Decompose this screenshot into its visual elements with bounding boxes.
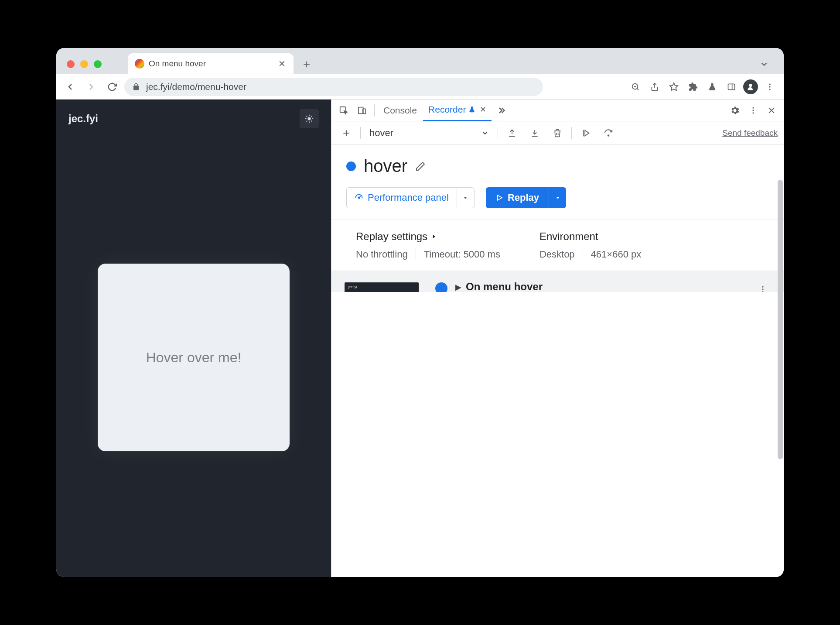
browser-toolbar: jec.fyi/demo/menu-hover — [56, 74, 784, 100]
timeout-value: Timeout: 5000 ms — [424, 249, 500, 260]
minimize-window-icon[interactable] — [80, 60, 88, 68]
svg-point-41 — [762, 286, 763, 288]
tab-title: On menu hover — [149, 59, 273, 69]
new-tab-button[interactable]: ＋ — [298, 55, 315, 72]
svg-point-25 — [752, 112, 754, 113]
svg-point-23 — [752, 107, 754, 108]
profile-avatar[interactable] — [742, 78, 759, 96]
svg-point-10 — [769, 89, 770, 90]
devtools-tab-bar: Console Recorder ✕ — [331, 100, 784, 121]
svg-marker-37 — [464, 197, 467, 199]
tab-recorder[interactable]: Recorder ✕ — [423, 100, 492, 121]
svg-marker-40 — [433, 235, 435, 238]
device-toolbar-icon[interactable] — [353, 102, 371, 119]
browser-menu-icon[interactable] — [761, 78, 779, 96]
page-header: jec.fyi — [56, 100, 331, 138]
svg-line-19 — [311, 116, 312, 117]
tab-close-icon[interactable]: ✕ — [277, 59, 287, 69]
browser-window: On menu hover ✕ ＋ jec.fyi/demo/menu-hove… — [56, 48, 784, 577]
svg-point-42 — [762, 288, 763, 290]
new-recording-icon[interactable] — [338, 124, 355, 142]
replay-button[interactable]: Replay — [486, 187, 566, 208]
settings-panel: Replay settings No throttling Timeout: 5… — [331, 220, 784, 271]
devtools-settings-icon[interactable] — [726, 102, 744, 119]
step-title: On menu hover — [466, 281, 774, 292]
theme-toggle-button[interactable] — [300, 109, 319, 128]
url-text: jec.fyi/demo/menu-hover — [146, 82, 246, 92]
performance-dropdown-caret[interactable] — [457, 188, 474, 208]
forward-button[interactable] — [82, 78, 100, 96]
delete-icon[interactable] — [549, 124, 566, 142]
recorder-toolbar: hover Send feedback — [331, 121, 784, 145]
send-feedback-link[interactable]: Send feedback — [722, 128, 778, 138]
svg-line-17 — [311, 121, 312, 122]
caret-right-icon — [431, 234, 437, 240]
svg-marker-4 — [670, 82, 678, 90]
step-over-icon[interactable] — [600, 124, 617, 142]
zoom-icon[interactable] — [627, 78, 644, 96]
throttling-value: No throttling — [356, 249, 408, 260]
expand-step-icon[interactable]: ▶ — [455, 281, 461, 292]
reload-button[interactable] — [103, 78, 121, 96]
gauge-icon — [355, 193, 363, 202]
address-bar[interactable]: jec.fyi/demo/menu-hover — [124, 78, 543, 96]
svg-marker-39 — [556, 197, 559, 199]
play-icon — [495, 194, 503, 202]
export-icon[interactable] — [503, 124, 521, 142]
maximize-window-icon[interactable] — [94, 60, 102, 68]
import-icon[interactable] — [526, 124, 543, 142]
browser-tab[interactable]: On menu hover ✕ — [128, 53, 294, 74]
recording-selector[interactable]: hover — [366, 127, 492, 139]
sidepanel-icon[interactable] — [723, 78, 740, 96]
environment-heading: Environment — [540, 230, 641, 243]
share-icon[interactable] — [646, 78, 663, 96]
replay-dropdown-caret[interactable] — [549, 187, 566, 208]
svg-point-9 — [769, 86, 770, 87]
more-tabs-icon[interactable] — [492, 102, 510, 119]
hover-card-text: Hover over me! — [146, 350, 242, 366]
tab-console[interactable]: Console — [378, 100, 422, 121]
chevron-down-icon — [481, 129, 489, 137]
step-menu-icon[interactable] — [756, 282, 770, 292]
step-dot-success-icon — [435, 282, 447, 292]
viewport-value: 461×660 px — [591, 249, 642, 260]
flask-icon — [468, 106, 475, 113]
replay-settings-heading[interactable]: Replay settings — [356, 230, 500, 243]
step-thumbnail: jec.fyi Hover over me! — [345, 282, 419, 292]
svg-point-7 — [749, 84, 752, 87]
devtools-panel: Console Recorder ✕ hover — [331, 100, 784, 577]
recording-status-dot-icon — [346, 161, 356, 171]
scrollbar[interactable] — [778, 180, 783, 459]
svg-point-11 — [307, 117, 311, 120]
page-brand: jec.fyi — [68, 113, 98, 125]
back-button[interactable] — [61, 78, 79, 96]
tabs-dropdown-icon[interactable] — [759, 59, 778, 74]
step-row-navigate[interactable]: ▶ On menu hover https://jec.fyi/demo/men… — [455, 281, 774, 292]
content-area: jec.fyi Hover over me! Console Recorde — [56, 100, 784, 577]
extensions-icon[interactable] — [684, 78, 702, 96]
svg-marker-33 — [585, 130, 589, 136]
inspect-element-icon[interactable] — [335, 102, 352, 119]
hover-card[interactable]: Hover over me! — [98, 264, 290, 451]
devtools-menu-icon[interactable] — [744, 102, 762, 119]
tab-close-icon[interactable]: ✕ — [480, 105, 486, 114]
tab-strip: On menu hover ✕ ＋ — [56, 48, 784, 74]
devtools-close-icon[interactable] — [763, 102, 780, 119]
svg-rect-5 — [728, 84, 735, 89]
svg-line-2 — [637, 88, 639, 90]
bookmark-icon[interactable] — [665, 78, 683, 96]
svg-marker-38 — [497, 195, 502, 200]
svg-point-43 — [762, 291, 763, 292]
svg-point-24 — [752, 110, 754, 111]
sun-icon — [304, 114, 314, 124]
favicon-icon — [135, 59, 144, 69]
lock-icon — [132, 83, 140, 91]
performance-panel-button[interactable]: Performance panel — [346, 187, 475, 208]
close-window-icon[interactable] — [67, 60, 75, 68]
svg-line-18 — [306, 121, 307, 122]
svg-point-34 — [608, 135, 609, 136]
svg-line-16 — [306, 116, 307, 117]
step-replay-icon[interactable] — [577, 124, 594, 142]
labs-icon[interactable] — [703, 78, 721, 96]
edit-title-icon[interactable] — [415, 161, 426, 172]
